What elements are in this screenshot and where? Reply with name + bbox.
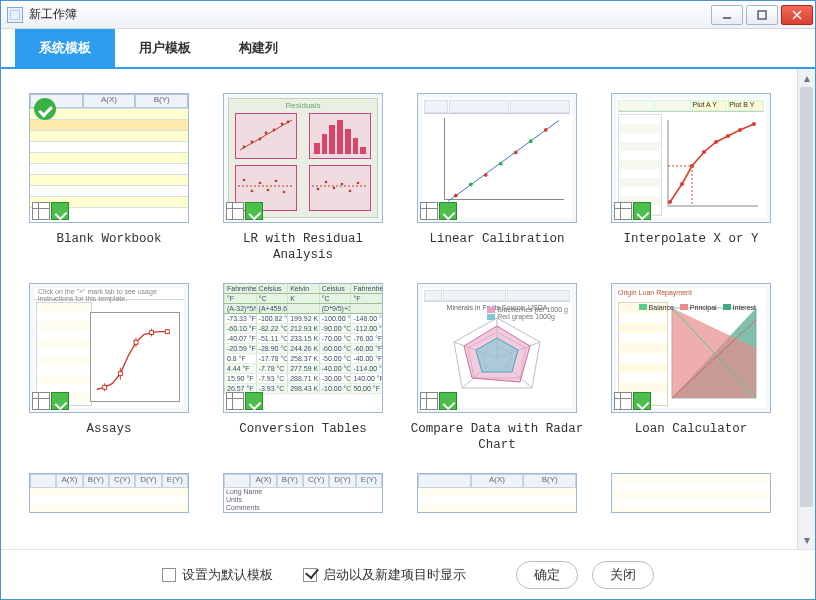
svg-point-17 (275, 180, 278, 183)
svg-point-29 (484, 173, 488, 177)
template-label: Blank Workbook (56, 231, 161, 247)
svg-line-4 (240, 120, 292, 150)
thumb-loan-calculator: Origin Loan Repayment Balance (611, 283, 771, 413)
tab-build-column[interactable]: 构建列 (215, 29, 302, 67)
svg-point-27 (454, 194, 458, 198)
svg-rect-53 (150, 331, 154, 335)
worksheet-icon (614, 392, 632, 410)
svg-point-20 (317, 188, 320, 191)
window-title: 新工作簿 (29, 6, 711, 23)
graph-icon (439, 392, 457, 410)
graph-icon (245, 392, 263, 410)
worksheet-icon (32, 392, 50, 410)
thumb-radar: Minerals in Fruits Source: USDA (417, 283, 577, 413)
template-assays[interactable]: Click on the "+" mark tab to see usage i… (21, 283, 197, 453)
svg-point-33 (544, 128, 548, 132)
svg-line-26 (448, 121, 559, 202)
template-radar[interactable]: Minerals in Fruits Source: USDA (409, 283, 585, 453)
template-cutoff-1[interactable]: A(X)B(Y)C(Y)D(Y)E(Y) (21, 473, 197, 513)
template-linear-calibration[interactable]: Linear Calibration (409, 93, 585, 263)
svg-point-8 (265, 132, 268, 135)
svg-point-43 (752, 122, 756, 126)
svg-point-31 (514, 151, 518, 155)
svg-point-11 (287, 121, 290, 124)
svg-rect-1 (758, 11, 766, 19)
tab-bar: 系统模板 用户模板 构建列 (1, 29, 815, 69)
checkbox-set-default[interactable]: 设置为默认模板 (162, 566, 273, 584)
app-icon (7, 7, 23, 23)
template-grid: A(X)B(Y) Blank Workbook Residuals (21, 93, 791, 513)
maximize-button[interactable] (746, 5, 778, 25)
graph-icon (633, 392, 651, 410)
minimize-button[interactable] (711, 5, 743, 25)
svg-point-24 (349, 190, 352, 193)
scroll-track[interactable] (798, 87, 815, 531)
svg-point-32 (529, 139, 533, 143)
graph-icon (633, 202, 651, 220)
thumb-cutoff-4 (611, 473, 771, 513)
svg-point-22 (333, 187, 336, 190)
checkbox-checked-icon (303, 568, 317, 582)
check-icon (34, 98, 56, 120)
svg-point-42 (738, 128, 742, 132)
template-label: Conversion Tables (239, 421, 367, 437)
graph-icon (439, 202, 457, 220)
checkbox-label: 启动以及新建项目时显示 (323, 566, 466, 584)
template-loan-calculator[interactable]: Origin Loan Repayment Balance (603, 283, 779, 453)
close-dialog-button[interactable]: 关闭 (592, 561, 654, 589)
template-label: Compare Data with Radar Chart (409, 421, 585, 453)
template-lr-residual[interactable]: Residuals (215, 93, 391, 263)
svg-point-16 (267, 189, 270, 192)
thumb-cutoff-2: A(X)B(Y)C(Y)D(Y)E(Y) Long NameUnitsComme… (223, 473, 383, 513)
svg-point-25 (357, 182, 360, 185)
svg-rect-51 (118, 372, 122, 376)
checkbox-show-on-new[interactable]: 启动以及新建项目时显示 (303, 566, 466, 584)
template-label: Linear Calibration (429, 231, 564, 247)
template-blank-workbook[interactable]: A(X)B(Y) Blank Workbook (21, 93, 197, 263)
scroll-up-icon[interactable]: ▴ (798, 69, 815, 87)
thumb-blank-workbook: A(X)B(Y) (29, 93, 189, 223)
svg-point-40 (714, 140, 718, 144)
thumb-cutoff-1: A(X)B(Y)C(Y)D(Y)E(Y) (29, 473, 189, 513)
svg-rect-54 (165, 330, 169, 334)
template-cutoff-3[interactable]: A(X)B(Y) (409, 473, 585, 513)
svg-point-10 (281, 123, 284, 126)
scroll-down-icon[interactable]: ▾ (798, 531, 815, 549)
footer: 设置为默认模板 启动以及新建项目时显示 确定 关闭 (1, 549, 815, 599)
close-button[interactable] (781, 5, 813, 25)
vertical-scrollbar[interactable]: ▴ ▾ (797, 69, 815, 549)
svg-point-39 (702, 150, 706, 154)
template-cutoff-4[interactable] (603, 473, 779, 513)
thumb-lr-residual: Residuals (223, 93, 383, 223)
thumb-cutoff-3: A(X)B(Y) (417, 473, 577, 513)
template-conversion-tables[interactable]: FahrenheitCelsiusKelvinCelsiusFahrenheit… (215, 283, 391, 453)
svg-point-37 (680, 182, 684, 186)
template-label: Interpolate X or Y (623, 231, 758, 247)
tab-user-templates[interactable]: 用户模板 (115, 29, 215, 67)
svg-point-21 (325, 181, 328, 184)
graph-icon (51, 392, 69, 410)
tab-system-templates[interactable]: 系统模板 (15, 29, 115, 67)
template-interpolate[interactable]: Plot A YPlot B Y Interpolate X or Y (603, 93, 779, 263)
worksheet-icon (420, 392, 438, 410)
footer-buttons: 确定 关闭 (516, 561, 654, 589)
content-area: A(X)B(Y) Blank Workbook Residuals (1, 69, 815, 549)
checkbox-label: 设置为默认模板 (182, 566, 273, 584)
thumb-assays: Click on the "+" mark tab to see usage i… (29, 283, 189, 413)
graph-icon (51, 202, 69, 220)
thumb-interpolate: Plot A YPlot B Y (611, 93, 771, 223)
template-cutoff-2[interactable]: A(X)B(Y)C(Y)D(Y)E(Y) Long NameUnitsComme… (215, 473, 391, 513)
template-label: Loan Calculator (635, 421, 748, 437)
svg-point-23 (341, 183, 344, 186)
checkbox-icon (162, 568, 176, 582)
thumb-linear-calibration (417, 93, 577, 223)
worksheet-icon (614, 202, 632, 220)
svg-point-9 (273, 129, 276, 132)
template-grid-scroll[interactable]: A(X)B(Y) Blank Workbook Residuals (1, 69, 797, 549)
svg-point-14 (251, 190, 254, 193)
ok-button[interactable]: 确定 (516, 561, 578, 589)
template-label: Assays (86, 421, 131, 437)
scroll-thumb[interactable] (800, 87, 813, 507)
thumb-conversion-tables: FahrenheitCelsiusKelvinCelsiusFahrenheit… (223, 283, 383, 413)
svg-point-7 (259, 138, 262, 141)
